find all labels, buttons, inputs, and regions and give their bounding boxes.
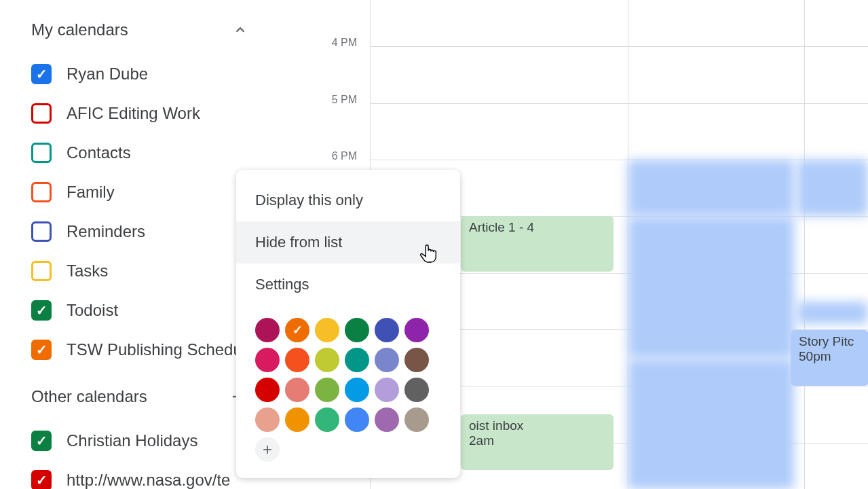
calendar-item[interactable]: Ryan Dube bbox=[31, 54, 268, 94]
color-swatch[interactable] bbox=[315, 348, 339, 372]
chevron-up-icon bbox=[233, 22, 248, 37]
color-swatch[interactable] bbox=[404, 378, 429, 402]
calendar-item[interactable]: AFIC Editing Work bbox=[31, 94, 268, 133]
color-picker-grid: + bbox=[236, 306, 460, 469]
calendar-checkbox[interactable] bbox=[31, 103, 52, 124]
calendar-checkbox[interactable] bbox=[31, 431, 52, 451]
calendar-label: Todoist bbox=[67, 301, 118, 320]
calendar-item[interactable]: http://www.nasa.gov/te bbox=[31, 460, 268, 489]
event-time: 2am bbox=[469, 433, 494, 448]
calendar-label: Reminders bbox=[67, 222, 145, 241]
color-swatch[interactable] bbox=[285, 318, 309, 342]
color-swatch[interactable] bbox=[375, 408, 399, 432]
event-title: Story Pitc bbox=[799, 334, 854, 348]
calendar-checkbox[interactable] bbox=[31, 182, 52, 202]
color-swatch[interactable] bbox=[375, 348, 399, 372]
calendar-item[interactable]: Christian Holidays bbox=[31, 421, 268, 460]
calendar-item[interactable]: Reminders bbox=[31, 212, 268, 251]
event-blurred[interactable] bbox=[628, 359, 794, 489]
color-swatch[interactable] bbox=[285, 408, 309, 432]
calendar-label: http://www.nasa.gov/te bbox=[67, 471, 230, 489]
color-swatch[interactable] bbox=[315, 318, 339, 342]
color-swatch[interactable] bbox=[315, 408, 339, 432]
my-calendars-list: Ryan DubeAFIC Editing WorkContactsFamily… bbox=[31, 54, 268, 369]
calendar-checkbox[interactable] bbox=[31, 340, 52, 360]
color-swatch[interactable] bbox=[404, 408, 429, 432]
color-swatch[interactable] bbox=[255, 378, 280, 402]
color-swatch[interactable] bbox=[315, 378, 339, 402]
calendar-label: Family bbox=[67, 183, 115, 202]
calendar-item[interactable]: TSW Publishing Schedu bbox=[31, 330, 268, 369]
menu-display-only[interactable]: Display this only bbox=[236, 179, 460, 221]
calendar-checkbox[interactable] bbox=[31, 64, 52, 84]
event-blurred[interactable] bbox=[797, 160, 868, 216]
calendar-label: Tasks bbox=[67, 261, 108, 280]
other-calendars-header[interactable]: Other calendars bbox=[31, 387, 268, 406]
calendar-label: Christian Holidays bbox=[67, 431, 197, 450]
calendar-item[interactable]: Family bbox=[31, 173, 268, 212]
calendar-label: AFIC Editing Work bbox=[67, 104, 200, 123]
color-swatch[interactable] bbox=[285, 378, 309, 402]
add-custom-color-button[interactable]: + bbox=[255, 437, 280, 462]
color-swatch[interactable] bbox=[255, 408, 280, 432]
event-blurred[interactable] bbox=[628, 160, 794, 216]
event-time: 50pm bbox=[799, 349, 831, 363]
calendar-item[interactable]: Contacts bbox=[31, 133, 268, 173]
calendar-checkbox[interactable] bbox=[31, 221, 52, 242]
calendar-checkbox[interactable] bbox=[31, 261, 52, 281]
color-swatch[interactable] bbox=[404, 348, 429, 372]
color-swatch[interactable] bbox=[345, 348, 369, 372]
menu-hide-from-list[interactable]: Hide from list bbox=[236, 221, 460, 264]
event-story-pitch[interactable]: Story Pitc 50pm bbox=[791, 330, 868, 386]
calendar-checkbox[interactable] bbox=[31, 470, 52, 489]
color-swatch[interactable] bbox=[404, 318, 429, 342]
color-swatch[interactable] bbox=[255, 348, 280, 372]
calendar-label: TSW Publishing Schedu bbox=[67, 340, 242, 359]
other-calendars-title: Other calendars bbox=[31, 387, 147, 406]
calendar-item[interactable]: Tasks bbox=[31, 251, 268, 291]
color-swatch[interactable] bbox=[345, 318, 369, 342]
menu-settings[interactable]: Settings bbox=[236, 264, 460, 306]
event-inbox[interactable]: oist inbox 2am bbox=[461, 414, 614, 470]
calendar-checkbox[interactable] bbox=[31, 300, 52, 321]
calendar-checkbox[interactable] bbox=[31, 143, 52, 163]
color-swatch[interactable] bbox=[375, 318, 399, 342]
my-calendars-title: My calendars bbox=[31, 20, 128, 39]
time-label: 6 PM bbox=[332, 150, 357, 162]
event-title: Article 1 - 4 bbox=[469, 220, 534, 234]
event-blurred[interactable] bbox=[797, 302, 868, 324]
event-title: oist inbox bbox=[469, 418, 523, 433]
color-swatch[interactable] bbox=[375, 378, 399, 402]
time-label: 5 PM bbox=[332, 94, 357, 106]
event-blurred[interactable] bbox=[628, 217, 794, 358]
other-calendars-list: Christian Holidayshttp://www.nasa.gov/te bbox=[31, 421, 268, 489]
calendar-sidebar: My calendars Ryan DubeAFIC Editing WorkC… bbox=[0, 0, 268, 489]
calendar-label: Contacts bbox=[67, 143, 131, 162]
calendar-item[interactable]: Todoist bbox=[31, 291, 268, 330]
color-swatch[interactable] bbox=[345, 408, 369, 432]
event-article[interactable]: Article 1 - 4 bbox=[461, 216, 614, 272]
color-swatch[interactable] bbox=[255, 318, 280, 342]
time-label: 4 PM bbox=[332, 37, 357, 49]
my-calendars-header[interactable]: My calendars bbox=[31, 20, 268, 39]
color-swatch[interactable] bbox=[345, 378, 369, 402]
calendar-label: Ryan Dube bbox=[67, 65, 148, 84]
calendar-context-menu: Display this only Hide from list Setting… bbox=[236, 170, 460, 478]
color-swatch[interactable] bbox=[285, 348, 309, 372]
